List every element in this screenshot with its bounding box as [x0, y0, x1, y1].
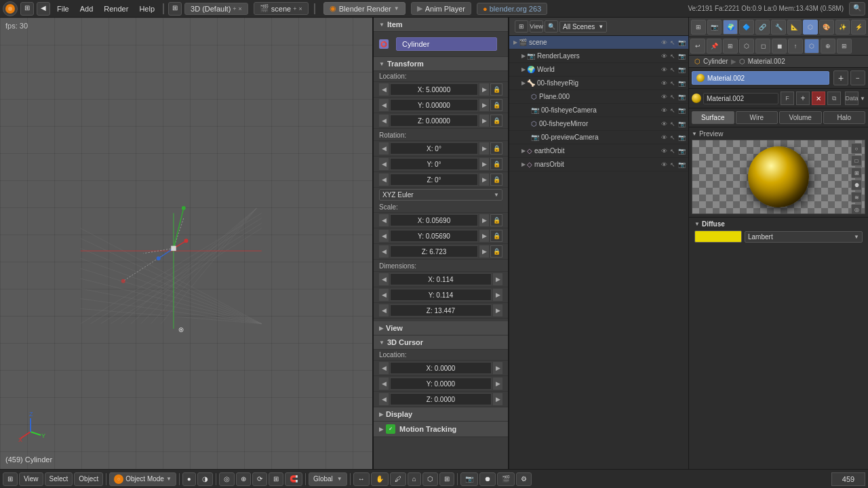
outliner-item-marsOrbit[interactable]: ▶ ◇ marsOrbit 👁 ↖ 📷	[509, 158, 688, 171]
object-menu-btn[interactable]: Object	[74, 472, 103, 486]
restrict-view-icon[interactable]: 👁	[661, 53, 667, 60]
expand-icon[interactable]: ▶	[521, 148, 526, 154]
settings-btn[interactable]: ⚙	[516, 472, 532, 486]
rot-x-increase-btn[interactable]: ▶	[479, 142, 489, 155]
dim-x-increase-btn[interactable]: ▶	[493, 273, 502, 285]
rp-uv-btn[interactable]: ⬡	[804, 39, 819, 54]
cur-y-field[interactable]: Y: 0.0000	[390, 378, 492, 390]
rp-particles-btn[interactable]: ✨	[835, 20, 850, 35]
restrict-view-icon[interactable]: 👁	[661, 39, 667, 46]
restrict-render-icon[interactable]: 📷	[678, 39, 686, 46]
restrict-select-icon[interactable]: ↖	[670, 134, 675, 141]
cur-x-increase-btn[interactable]: ▶	[493, 362, 502, 374]
restrict-select-icon[interactable]: ↖	[670, 66, 675, 73]
transform-section-header[interactable]: ▼ Transform	[374, 57, 508, 71]
scale-btn[interactable]: ⊞	[269, 472, 283, 486]
loc-y-decrease-btn[interactable]: ◀	[379, 99, 389, 111]
loc-y-field[interactable]: Y: 0.00000	[390, 99, 478, 111]
rp-modifier-btn[interactable]: 🔧	[771, 20, 786, 35]
scene-close-icon[interactable]: ×	[298, 5, 302, 12]
arrow-icon[interactable]: ◀	[37, 2, 50, 16]
rp-shapekey-btn[interactable]: ⊕	[821, 39, 835, 54]
rp-render-btn[interactable]: 📷	[707, 20, 722, 35]
scene-tab[interactable]: 🎬 scene + ×	[254, 2, 309, 15]
scale-z-field[interactable]: Z: 6.723	[390, 245, 478, 258]
outliner-item-00-previewCamera[interactable]: 📷 00-previewCamera 👁 ↖ 📷	[509, 131, 688, 144]
rot-z-increase-btn[interactable]: ▶	[479, 174, 489, 186]
tab-surface[interactable]: Surface	[692, 111, 734, 124]
outliner-panel-icon[interactable]: ⊞	[515, 20, 528, 33]
loc-x-increase-btn[interactable]: ▶	[479, 83, 489, 96]
cur-y-decrease-btn[interactable]: ◀	[379, 378, 389, 390]
outliner-item-00-fisheyeRig[interactable]: ▶ 🦴 00-fisheyeRig 👁 ↖ 📷	[509, 77, 688, 90]
viewport-icon[interactable]: ⊞	[3, 472, 18, 486]
rot-x-field[interactable]: X: 0°	[390, 142, 478, 155]
tab-halo[interactable]: Halo	[823, 111, 866, 124]
help-menu[interactable]: Help	[135, 2, 159, 16]
scale-x-increase-btn[interactable]: ▶	[479, 214, 489, 226]
restrict-select-icon[interactable]: ↖	[670, 107, 675, 114]
rot-y-increase-btn[interactable]: ▶	[479, 158, 489, 170]
rp-history-btn[interactable]: ↩	[690, 39, 705, 54]
rotation-mode-dropdown[interactable]: XYZ Euler ▼	[379, 189, 502, 201]
dim-z-decrease-btn[interactable]: ◀	[379, 304, 389, 317]
rp-vert-btn[interactable]: ⬡	[739, 39, 754, 54]
material-unlink-btn[interactable]: ✕	[812, 92, 825, 105]
restrict-render-icon[interactable]: 📷	[678, 107, 686, 114]
workspace-tab[interactable]: 3D (Default) + ×	[184, 3, 248, 15]
scale-x-field[interactable]: X: 0.05690	[390, 214, 478, 226]
loc-y-lock-btn[interactable]: 🔒	[490, 99, 502, 111]
loc-z-decrease-btn[interactable]: ◀	[379, 115, 389, 127]
scenes-dropdown[interactable]: All Scenes ▼	[559, 21, 607, 33]
rp-constraint-btn[interactable]: 🔗	[755, 20, 770, 35]
file-menu[interactable]: File	[53, 2, 73, 16]
rot-z-field[interactable]: Z: 0°	[390, 174, 478, 186]
dim-z-increase-btn[interactable]: ▶	[493, 304, 502, 317]
snap-btn[interactable]: 🧲	[285, 472, 302, 486]
restrict-view-icon[interactable]: 👁	[661, 94, 667, 100]
restrict-view-icon[interactable]: 👁	[661, 121, 667, 127]
cur-y-increase-btn[interactable]: ▶	[493, 378, 502, 390]
outliner-item-00-fisheyeMirror[interactable]: ⬡ 00-fisheyeMirror 👁 ↖ 📷	[509, 117, 688, 131]
loc-z-lock-btn[interactable]: 🔒	[490, 115, 502, 127]
cursor-section-header[interactable]: ▼ 3D Cursor	[374, 336, 508, 350]
shader-dropdown[interactable]: Lambert ▼	[745, 231, 863, 243]
add-menu[interactable]: Add	[76, 2, 98, 16]
rp-data-btn[interactable]: 📐	[787, 20, 802, 35]
search-icon[interactable]: 🔍	[545, 20, 558, 33]
rot-y-field[interactable]: Y: 0°	[390, 158, 478, 170]
rp-copy-btn[interactable]: ⊞	[723, 39, 738, 54]
restrict-select-icon[interactable]: ↖	[670, 121, 675, 127]
global-dropdown[interactable]: Global ▼	[309, 472, 347, 486]
rp-object-btn[interactable]: 🔷	[739, 20, 754, 35]
sculpt-btn[interactable]: ⌂	[408, 472, 421, 486]
restrict-render-icon[interactable]: 📷	[678, 94, 686, 100]
outliner-item-RenderLayers[interactable]: ▶ 📷 RenderLayers 👁 ↖ 📷	[509, 49, 688, 63]
rp-normal-btn[interactable]: ↑	[788, 39, 803, 54]
restrict-select-icon[interactable]: ↖	[670, 53, 675, 60]
restrict-select-icon[interactable]: ↖	[670, 148, 675, 155]
dim-x-decrease-btn[interactable]: ◀	[379, 273, 389, 285]
cur-x-decrease-btn[interactable]: ◀	[379, 362, 389, 374]
pivot-btn[interactable]: ◎	[219, 472, 235, 486]
rp-pin-btn[interactable]: 📌	[707, 39, 722, 54]
restrict-select-icon[interactable]: ↖	[670, 161, 675, 168]
rp-vgroup-btn[interactable]: ⊞	[837, 39, 852, 54]
view-section-header[interactable]: ▶ View	[374, 321, 508, 336]
manipulator-btn[interactable]: ⊕	[236, 472, 251, 486]
outliner-item-earthOrbit[interactable]: ▶ ◇ earthOrbit 👁 ↖ 📷	[509, 144, 688, 158]
dim-y-field[interactable]: Y: 0.114	[390, 289, 492, 301]
restrict-select-icon[interactable]: ↖	[670, 94, 675, 100]
restrict-select-icon[interactable]: ↖	[670, 39, 675, 46]
scale-x-lock-btn[interactable]: 🔒	[490, 214, 502, 226]
loc-z-increase-btn[interactable]: ▶	[479, 115, 489, 127]
loc-y-increase-btn[interactable]: ▶	[479, 99, 489, 111]
preview-monkey-btn[interactable]: ⚉	[851, 180, 862, 190]
scale-z-increase-btn[interactable]: ▶	[479, 245, 489, 258]
motion-tracking-section-header[interactable]: ▶ ✓ Motion Tracking	[374, 422, 508, 437]
material-add-btn[interactable]: +	[833, 70, 848, 85]
preview-cube-btn[interactable]: ⊞	[851, 167, 862, 178]
rp-edge-btn[interactable]: ◻	[755, 39, 770, 54]
rot-y-decrease-btn[interactable]: ◀	[379, 158, 389, 170]
outliner-item-Plane-000[interactable]: ⬡ Plane.000 👁 ↖ 📷	[509, 90, 688, 104]
